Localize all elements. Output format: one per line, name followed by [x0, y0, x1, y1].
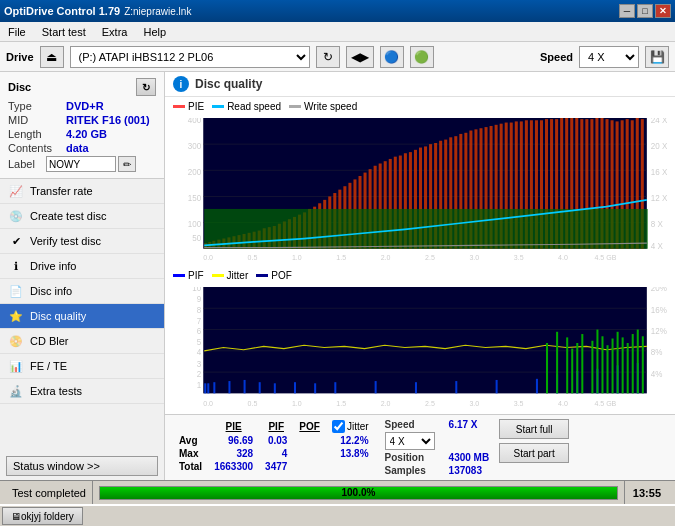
svg-text:0.0: 0.0 [203, 253, 213, 263]
svg-rect-141 [259, 382, 261, 393]
nav-verify-test-disc[interactable]: ✔ Verify test disc [0, 229, 164, 254]
disc-refresh-button[interactable]: ↻ [136, 78, 156, 96]
svg-rect-142 [274, 383, 276, 393]
svg-text:4: 4 [197, 347, 202, 358]
stats-avg-row: Avg 96.69 0.03 12.2% [173, 434, 375, 447]
svg-text:50: 50 [192, 232, 201, 243]
nav-create-test-disc[interactable]: 💿 Create test disc [0, 204, 164, 229]
taskbar: 🖥 okjyj foldery [0, 504, 675, 526]
svg-rect-163 [596, 329, 598, 393]
save-icon[interactable]: 💾 [645, 46, 669, 68]
action-buttons: Start full Start part [499, 419, 569, 463]
svg-text:300: 300 [188, 140, 202, 151]
label-input[interactable] [46, 156, 116, 172]
nav-items: 📈 Transfer rate 💿 Create test disc ✔ Ver… [0, 179, 164, 404]
status-window-button[interactable]: Status window >> [6, 456, 158, 476]
drive-info-nav-icon: ℹ [8, 258, 24, 274]
svg-text:16 X: 16 X [651, 166, 667, 177]
minimize-button[interactable]: ─ [619, 4, 635, 18]
svg-text:1.5: 1.5 [336, 398, 346, 407]
pof-total [293, 460, 326, 473]
position-stat-label: Position [385, 452, 443, 463]
create-test-disc-icon: 💿 [8, 208, 24, 224]
svg-text:3.0: 3.0 [469, 253, 479, 263]
maximize-button[interactable]: □ [637, 4, 653, 18]
drive-eject-icon[interactable]: ⏏ [40, 46, 64, 68]
start-part-button[interactable]: Start part [499, 443, 569, 463]
svg-text:2.0: 2.0 [381, 253, 391, 263]
menu-file[interactable]: File [4, 25, 30, 39]
svg-rect-165 [607, 345, 609, 393]
position-stat-value: 4300 MB [449, 452, 490, 463]
svg-rect-156 [546, 343, 548, 393]
nav-drive-info[interactable]: ℹ Drive info [0, 254, 164, 279]
svg-rect-144 [314, 383, 316, 393]
test-completed-segment: Test completed [6, 481, 93, 504]
chart2-legend: PIF Jitter POF [173, 270, 667, 281]
svg-rect-166 [612, 338, 614, 393]
extra-tests-icon: 🔬 [8, 383, 24, 399]
menu-extra[interactable]: Extra [98, 25, 132, 39]
disc-mid-row: MID RITEK F16 (001) [8, 114, 156, 126]
drive-select[interactable]: (P:) ATAPI iHBS112 2 PL06 [70, 46, 310, 68]
drive-settings-icon[interactable]: 🟢 [410, 46, 434, 68]
svg-rect-149 [496, 380, 498, 393]
pof-header: POF [293, 419, 326, 434]
svg-rect-170 [632, 334, 634, 393]
nav-create-test-disc-label: Create test disc [30, 210, 106, 222]
menu-help[interactable]: Help [139, 25, 170, 39]
svg-rect-148 [455, 381, 457, 393]
read-speed-legend-color [212, 105, 224, 108]
drive-info-icon[interactable]: 🔵 [380, 46, 404, 68]
speed-select[interactable]: 4 X 2 X 1 X Max [579, 46, 639, 68]
svg-rect-168 [622, 337, 624, 393]
nav-extra-tests[interactable]: 🔬 Extra tests [0, 379, 164, 404]
taskbar-app-button[interactable]: 🖥 okjyj foldery [2, 507, 83, 525]
svg-rect-162 [591, 341, 593, 394]
svg-text:100: 100 [188, 219, 202, 230]
start-full-button[interactable]: Start full [499, 419, 569, 439]
stats-total-row: Total 1663300 3477 [173, 460, 375, 473]
fe-te-icon: 📊 [8, 358, 24, 374]
drive-refresh-icon[interactable]: ↻ [316, 46, 340, 68]
svg-rect-161 [581, 334, 583, 393]
svg-text:3: 3 [197, 358, 202, 369]
svg-text:8 X: 8 X [651, 219, 663, 230]
disc-info-section: Disc ↻ Type DVD+R MID RITEK F16 (001) Le… [0, 72, 164, 179]
pif-legend-color [173, 274, 185, 277]
chart1-wrapper: 400 300 200 150 100 50 24 X 20 X 16 X 12… [173, 118, 667, 266]
close-button[interactable]: ✕ [655, 4, 671, 18]
svg-rect-147 [415, 382, 417, 393]
svg-text:3.0: 3.0 [469, 398, 479, 407]
nav-disc-quality[interactable]: ⭐ Disc quality [0, 304, 164, 329]
drive-action-icon[interactable]: ◀▶ [346, 46, 374, 68]
label-edit-button[interactable]: ✏ [118, 156, 136, 172]
svg-rect-140 [244, 380, 246, 393]
pie-legend-color [173, 105, 185, 108]
nav-cd-bler-label: CD Bler [30, 335, 69, 347]
disc-quality-icon: i [173, 76, 189, 92]
menu-start-test[interactable]: Start test [38, 25, 90, 39]
svg-text:20%: 20% [651, 287, 667, 294]
svg-text:12%: 12% [651, 325, 667, 336]
disc-info-nav-icon: 📄 [8, 283, 24, 299]
disc-contents-row: Contents data [8, 142, 156, 154]
svg-text:0.0: 0.0 [203, 398, 213, 407]
svg-text:6: 6 [197, 325, 202, 336]
svg-text:16%: 16% [651, 304, 667, 315]
jitter-total [326, 460, 375, 473]
disc-type-row: Type DVD+R [8, 100, 156, 112]
nav-fe-te[interactable]: 📊 FE / TE [0, 354, 164, 379]
svg-rect-164 [601, 336, 603, 393]
speed-select-row: 4 X 2 X Max [385, 432, 490, 450]
quality-speed-select[interactable]: 4 X 2 X Max [385, 432, 435, 450]
nav-transfer-rate[interactable]: 📈 Transfer rate [0, 179, 164, 204]
jitter-checkbox[interactable] [332, 420, 345, 433]
disc-length-row: Length 4.20 GB [8, 128, 156, 140]
nav-disc-info[interactable]: 📄 Disc info [0, 279, 164, 304]
nav-cd-bler[interactable]: 📀 CD Bler [0, 329, 164, 354]
nav-fe-te-label: FE / TE [30, 360, 67, 372]
stats-table: PIE PIF POF Jitter Avg 96.69 0.03 [173, 419, 375, 473]
nav-transfer-rate-label: Transfer rate [30, 185, 93, 197]
svg-text:4.5 GB: 4.5 GB [594, 253, 616, 263]
